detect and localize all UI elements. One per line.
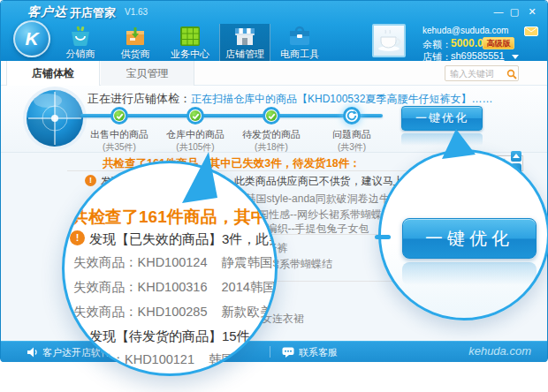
- scan-status-prefix: 正在进行店铺体检：: [88, 92, 191, 105]
- nav-item-ecommerce-tools[interactable]: 电商工具: [274, 24, 325, 61]
- check-icon: [186, 107, 204, 124]
- magnified-invalid-row: 失效商品：KHD1003162014韩国性感--网纱长裙系带蝴蝶结蓬蓬气质仙女连…: [73, 279, 278, 296]
- optimize-button-reflection: [402, 262, 537, 285]
- magnified-invalid-row: 失效商品：KHD100285新款欧美编织--手提包兔子女包: [73, 304, 278, 320]
- magnifier-bubble-right: 一键优化: [378, 149, 548, 320]
- step-problem-items: 问题商品 (共3件): [312, 107, 392, 154]
- basket-icon: [69, 26, 92, 47]
- search-icon[interactable]: [506, 69, 517, 79]
- status-bar: 客户达开店软件诚 联系客服 kehuda.com: [1, 341, 547, 362]
- scrollbar-up-button[interactable]: [511, 151, 521, 162]
- minimize-button[interactable]: —: [492, 5, 505, 18]
- app-window: K 客户达 开店管家 V1.63 — ▢ ✕ 分销商: [0, 0, 548, 392]
- chat-icon: [282, 347, 294, 358]
- magnified-invalid-header: 发现【已失效的商品】3件，此类商品供应商已不供货，建议马上下架: [89, 231, 278, 248]
- warning-icon: !: [85, 175, 96, 186]
- search-box: [445, 65, 519, 81]
- step-pending-shipment: 待发货的商品 (共18件): [232, 107, 311, 154]
- scan-status-detail: 正在扫描仓库中的商品【KHD100532夏季高腰牛仔短裤女】……: [191, 93, 492, 105]
- balance-label: 余额：: [422, 38, 452, 51]
- app-version: V1.63: [125, 7, 148, 17]
- speaker-icon: [27, 347, 39, 358]
- header: K 客户达 开店管家 V1.63 — ▢ ✕ 分销商: [1, 1, 547, 61]
- chevron-down-icon[interactable]: [512, 55, 519, 59]
- maximize-button[interactable]: ▢: [508, 5, 521, 18]
- nav-label: 业务中心: [164, 48, 216, 61]
- nav-label: 分销商: [55, 48, 106, 61]
- shop-id-link[interactable]: sh69585551: [451, 50, 505, 61]
- scan-status: 正在进行店铺体检：正在扫描仓库中的商品【KHD100532夏季高腰牛仔短裤女】……: [88, 91, 492, 107]
- step-in-stock: 仓库中的商品 (共105件): [156, 107, 235, 154]
- contact-support-link[interactable]: 联系客服: [299, 346, 338, 359]
- toolbox-icon: [288, 26, 311, 47]
- mail-icon[interactable]: [524, 26, 538, 36]
- magnified-summary: 共检查了161件商品，其中已失效3件，待发货18件：: [72, 206, 278, 229]
- nav-item-business-center[interactable]: 业务中心: [164, 24, 216, 61]
- right-bubble-tail: [438, 127, 477, 161]
- nav-label: 电商工具: [274, 48, 325, 61]
- magnified-invalid-row: 失效商品：KHD100124静震韩国style-anda同款破洞卷边牛仔五分裤: [73, 254, 278, 271]
- search-input[interactable]: [448, 67, 503, 79]
- grid-icon: [179, 26, 202, 47]
- teacup-avatar-icon: [374, 26, 404, 56]
- account-email: kehuda@sududa.com: [422, 26, 508, 35]
- nav-item-suppliers[interactable]: 供货商: [110, 24, 161, 61]
- nav-label: 店铺管理: [220, 48, 270, 61]
- check-icon: [110, 107, 128, 124]
- radar-icon: [21, 85, 88, 152]
- tab-item-management[interactable]: 宝贝管理: [101, 61, 194, 86]
- tab-bar: 店铺体检 宝贝管理: [1, 61, 547, 86]
- divider: [270, 346, 270, 358]
- magnified-pending-row: 待发货：KHD1003122014蕾丝长裙系带蝴蝶结: [73, 374, 278, 376]
- nav-item-shop-management[interactable]: 店铺管理: [219, 24, 270, 61]
- step-on-sale: 出售中的商品 (共35件): [80, 107, 159, 154]
- app-title-logo: 客户达: [27, 4, 67, 20]
- nav-label: 供货商: [110, 48, 161, 61]
- bubble-connector-dash: [375, 235, 391, 239]
- shop-icon: [233, 26, 256, 47]
- optimize-button-magnified[interactable]: 一键优化: [402, 218, 537, 259]
- app-logo-icon: K: [13, 20, 50, 57]
- site-watermark: kehuda.com: [468, 344, 531, 358]
- avatar[interactable]: [372, 24, 406, 57]
- close-button[interactable]: ✕: [526, 5, 538, 18]
- nav-item-distributors[interactable]: 分销商: [55, 24, 106, 61]
- left-bubble-tail: [173, 150, 223, 207]
- app-title: 开店管家: [70, 5, 116, 21]
- tab-shop-checkup[interactable]: 店铺体检: [6, 61, 100, 86]
- magnifier-bubble-left: 共检查了161件商品，其中已失效3件，待发货18件： ! 发现【已失效的商品】3…: [62, 161, 278, 376]
- refresh-icon: [343, 107, 361, 124]
- premium-badge: 高级版: [483, 37, 514, 49]
- box-icon: [124, 26, 147, 47]
- warning-icon: !: [70, 230, 85, 245]
- check-icon: [263, 107, 280, 124]
